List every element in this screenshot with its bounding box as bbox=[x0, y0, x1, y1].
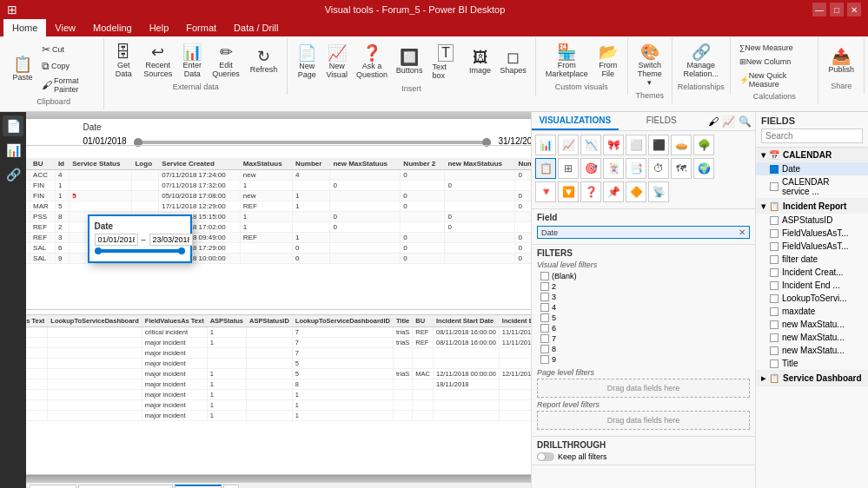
filter-icon[interactable]: 🔍 bbox=[739, 115, 752, 128]
minimize-button[interactable]: — bbox=[812, 3, 826, 16]
incidentend-checkbox[interactable] bbox=[770, 281, 779, 290]
enter-data-button[interactable]: 📊 Enter Data bbox=[178, 42, 206, 81]
viz-icon-funnel[interactable]: 🔻 bbox=[535, 181, 556, 202]
field-item-newmax1[interactable]: new MaxStatu... bbox=[756, 318, 868, 331]
calendar-service-checkbox[interactable] bbox=[770, 182, 779, 191]
field-item-incidentend[interactable]: Incident End ... bbox=[756, 279, 868, 292]
viz-icon-custom2[interactable]: 🔶 bbox=[626, 181, 646, 202]
add-page-button[interactable]: + bbox=[223, 485, 239, 489]
newmax1-checkbox[interactable] bbox=[770, 320, 779, 329]
filter-item-5[interactable]: 5 bbox=[540, 313, 750, 323]
new-visual-button[interactable]: 📈 New Visual bbox=[322, 43, 351, 82]
filter-checkbox-blank[interactable] bbox=[540, 272, 549, 280]
page-tab-duplicate[interactable]: Duplicate of Page 1 bbox=[78, 485, 173, 488]
viz-icon-multirow[interactable]: 📑 bbox=[626, 158, 646, 179]
field-item-newmax2[interactable]: new MaxStatu... bbox=[756, 331, 868, 344]
viz-icon-matrix[interactable]: ⊞ bbox=[558, 158, 579, 179]
analytics-icon[interactable]: 📈 bbox=[722, 115, 735, 128]
newmax3-checkbox[interactable] bbox=[770, 346, 779, 355]
new-page-button[interactable]: 📄 New Page bbox=[293, 43, 321, 82]
field-item-title[interactable]: Title bbox=[756, 357, 868, 370]
report-view-button[interactable]: 📄 bbox=[3, 115, 23, 136]
field-item-fieldvalues1[interactable]: FieldValuesAsT... bbox=[756, 227, 868, 240]
buttons-button[interactable]: 🔲 Buttons bbox=[393, 47, 427, 77]
viz-icon-waterfall[interactable]: ⬜ bbox=[626, 135, 646, 155]
filterdate-checkbox[interactable] bbox=[770, 255, 779, 264]
filter-item-9[interactable]: 9 bbox=[540, 354, 750, 365]
field-item-maxdate[interactable]: maxdate bbox=[756, 305, 868, 318]
tab-help[interactable]: Help bbox=[141, 19, 178, 36]
text-box-button[interactable]: T Text box bbox=[427, 42, 463, 82]
cut-button[interactable]: ✂ Cut bbox=[38, 42, 98, 57]
tab-format[interactable]: Format bbox=[177, 19, 225, 36]
viz-icon-line[interactable]: 📈 bbox=[558, 135, 579, 155]
fieldvalues1-checkbox[interactable] bbox=[770, 229, 779, 238]
field-item-incidentcreated[interactable]: Incident Creat... bbox=[756, 266, 868, 279]
field-item-filterdate[interactable]: filter date bbox=[756, 253, 868, 266]
viz-icon-scatter[interactable]: ⬛ bbox=[648, 135, 669, 155]
filter-checkbox-7[interactable] bbox=[540, 334, 549, 343]
tab-data-drill[interactable]: Data / Drill bbox=[225, 19, 287, 36]
edit-queries-button[interactable]: ✏ Edit Queries bbox=[208, 42, 244, 81]
manage-relationships-button[interactable]: 🔗 Manage Relation... bbox=[679, 42, 724, 81]
lookup-checkbox[interactable] bbox=[770, 294, 779, 303]
data-view-button[interactable]: 📊 bbox=[3, 140, 23, 161]
filter-checkbox-2[interactable] bbox=[540, 282, 549, 291]
marketplace-button[interactable]: 🏪 From Marketplace bbox=[541, 42, 593, 81]
relationships-view-button[interactable]: 🔗 bbox=[3, 164, 23, 185]
popup-end-date-input[interactable] bbox=[149, 234, 193, 246]
field-item-date[interactable]: Date bbox=[756, 162, 868, 175]
page-level-drop-zone[interactable]: Drag data fields here bbox=[537, 379, 750, 398]
format-icon[interactable]: 🖌 bbox=[708, 115, 719, 128]
aspstatusid-checkbox[interactable] bbox=[770, 216, 779, 225]
viz-icon-treemap[interactable]: 🌳 bbox=[693, 135, 714, 155]
from-file-button[interactable]: 📂 From File bbox=[594, 42, 622, 81]
popup-slider-handle-left[interactable] bbox=[95, 247, 102, 254]
filter-item-blank[interactable]: (Blank) bbox=[540, 271, 750, 281]
field-group-incident-header[interactable]: ▾ 📋 Incident Report bbox=[756, 199, 868, 214]
field-tag-remove[interactable]: ✕ bbox=[739, 228, 745, 237]
filter-item-4[interactable]: 4 bbox=[540, 302, 750, 313]
filter-checkbox-9[interactable] bbox=[540, 355, 549, 364]
field-item-aspstatusid[interactable]: ASPStatusID bbox=[756, 214, 868, 227]
field-item-calendar-service[interactable]: CALENDAR service ... bbox=[756, 175, 868, 198]
date-range-bar[interactable] bbox=[134, 141, 492, 144]
viz-icon-qna[interactable]: ❓ bbox=[580, 181, 601, 202]
field-group-service-dashboard-header[interactable]: ▸ 📋 Service Dashboard bbox=[756, 371, 868, 386]
viz-icon-kpi[interactable]: 🎯 bbox=[580, 158, 601, 179]
new-column-button[interactable]: ⊞ New Column bbox=[736, 56, 813, 68]
popup-slicer[interactable]: Date – bbox=[88, 214, 192, 263]
filter-item-2[interactable]: 2 bbox=[540, 281, 750, 292]
field-item-lookup[interactable]: LookupToServi... bbox=[756, 292, 868, 305]
viz-icon-custom3[interactable]: 📡 bbox=[648, 181, 669, 202]
viz-icon-pie[interactable]: 🥧 bbox=[671, 135, 692, 155]
format-painter-button[interactable]: 🖌 Format Painter bbox=[38, 75, 98, 96]
viz-icon-map[interactable]: 🗺 bbox=[671, 158, 692, 179]
viz-icon-slicer[interactable]: 🔽 bbox=[558, 181, 579, 202]
viz-icon-ribbon[interactable]: 🎀 bbox=[603, 135, 624, 155]
maxdate-checkbox[interactable] bbox=[770, 307, 779, 316]
tab-fields[interactable]: FIELDS bbox=[619, 112, 706, 130]
get-data-button[interactable]: 🗄 Get Data bbox=[109, 42, 137, 81]
incidentcreated-checkbox[interactable] bbox=[770, 268, 779, 277]
filter-item-7[interactable]: 7 bbox=[540, 333, 750, 344]
filter-item-3[interactable]: 3 bbox=[540, 292, 750, 302]
fieldvalues2-checkbox[interactable] bbox=[770, 242, 779, 251]
viz-icon-filled-map[interactable]: 🌍 bbox=[693, 158, 714, 179]
shapes-button[interactable]: ◻ Shapes bbox=[496, 47, 530, 77]
viz-icon-bar[interactable]: 📊 bbox=[535, 135, 556, 155]
date-checkbox[interactable] bbox=[770, 165, 779, 174]
filter-item-6[interactable]: 6 bbox=[540, 323, 750, 333]
close-button[interactable]: ✕ bbox=[847, 3, 861, 16]
publish-button[interactable]: 📤 Publish bbox=[824, 46, 858, 76]
new-measure-button[interactable]: ∑ New Measure bbox=[736, 42, 813, 54]
tab-visualizations[interactable]: VISUALIZATIONS bbox=[532, 112, 619, 130]
viz-icon-custom1[interactable]: 📌 bbox=[603, 181, 624, 202]
field-item-newmax3[interactable]: new MaxStatu... bbox=[756, 344, 868, 357]
tab-view[interactable]: View bbox=[46, 19, 84, 36]
new-quick-measure-button[interactable]: ⚡ New Quick Measure bbox=[736, 69, 813, 90]
tab-modeling[interactable]: Modeling bbox=[84, 19, 141, 36]
newmax2-checkbox[interactable] bbox=[770, 333, 779, 342]
date-slicer[interactable]: Date 01/01/2018 31/12/2018 ⋯ bbox=[83, 122, 532, 148]
image-button[interactable]: 🖼 Image bbox=[466, 47, 494, 77]
